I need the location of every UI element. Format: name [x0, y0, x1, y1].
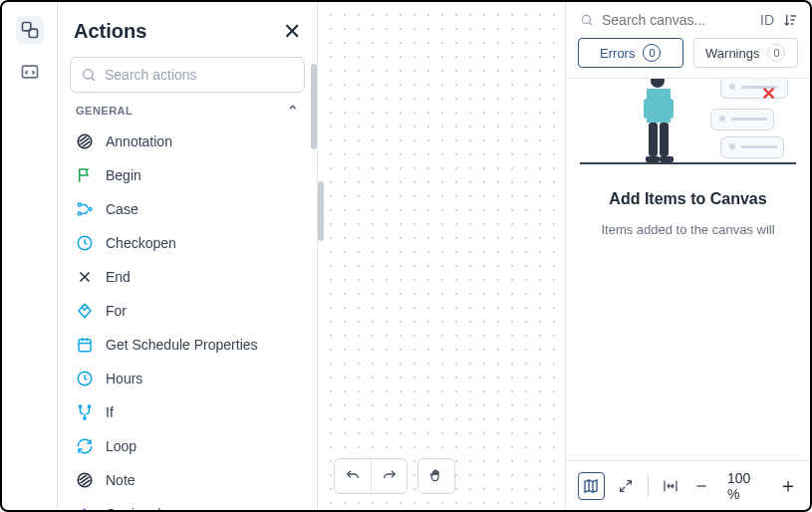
- svg-point-16: [651, 78, 665, 88]
- x-icon: [76, 268, 94, 286]
- action-item[interactable]: End: [58, 260, 317, 294]
- category-label: GENERAL: [76, 105, 133, 117]
- pan-button[interactable]: [418, 459, 454, 493]
- action-item-label: Loop: [106, 438, 136, 454]
- empty-state-heading: Add Items to Canvas: [609, 190, 766, 208]
- hatch-icon: [76, 471, 94, 489]
- zoom-out-button[interactable]: [692, 475, 711, 497]
- errors-count-badge: 0: [643, 44, 661, 62]
- action-item-label: Note: [106, 472, 135, 488]
- action-item[interactable]: Onsignal: [58, 497, 317, 510]
- bottom-bar: 100 % ＋: [566, 460, 810, 510]
- svg-point-6: [78, 212, 81, 215]
- action-item[interactable]: Annotation: [58, 125, 317, 158]
- svg-rect-20: [660, 123, 669, 156]
- action-item-label: Hours: [106, 371, 142, 386]
- signal-icon: [76, 505, 94, 510]
- search-canvas-input[interactable]: [580, 12, 752, 28]
- search-icon: [81, 67, 97, 83]
- action-item[interactable]: Hours: [58, 362, 317, 395]
- svg-point-7: [89, 208, 92, 211]
- search-actions-input[interactable]: [70, 57, 305, 93]
- svg-rect-17: [644, 99, 650, 119]
- svg-rect-9: [79, 340, 91, 352]
- close-icon[interactable]: ✕: [283, 21, 301, 43]
- redo-button[interactable]: [371, 459, 406, 493]
- action-item-label: Get Schedule Properties: [106, 337, 258, 353]
- svg-point-5: [78, 203, 81, 206]
- rail-actions-button[interactable]: [16, 16, 44, 44]
- chevron-up-icon: ⌃: [287, 103, 300, 119]
- tab-warnings[interactable]: Warnings 0: [693, 38, 799, 68]
- loop-icon: [76, 437, 94, 455]
- tool-rail: [2, 2, 58, 510]
- empty-state-subtext: Items added to the canvas will: [601, 222, 774, 237]
- tab-errors[interactable]: Errors 0: [578, 38, 683, 68]
- action-item-label: Annotation: [106, 133, 172, 149]
- action-item-label: Begin: [106, 167, 141, 183]
- search-actions-field[interactable]: [105, 67, 294, 83]
- id-toggle[interactable]: ID: [760, 12, 774, 28]
- action-item-label: If: [106, 404, 114, 420]
- warnings-count-badge: 0: [767, 44, 785, 62]
- tab-label: Errors: [600, 46, 635, 61]
- minimap-button[interactable]: [578, 472, 605, 500]
- flag-icon: [76, 166, 94, 184]
- zoom-level: 100 %: [727, 470, 762, 502]
- undo-button[interactable]: [335, 459, 371, 493]
- empty-state-illustration: ✕: [580, 78, 796, 172]
- svg-rect-19: [649, 123, 658, 156]
- fit-width-button[interactable]: [661, 475, 679, 497]
- sort-button[interactable]: [782, 12, 798, 28]
- category-header[interactable]: GENERAL ⌃: [58, 93, 317, 125]
- action-item-label: Case: [106, 201, 138, 217]
- svg-point-3: [84, 70, 93, 79]
- hatch-icon: [76, 132, 94, 150]
- action-item[interactable]: Checkopen: [58, 226, 317, 260]
- action-item-label: Checkopen: [106, 235, 176, 251]
- tab-label: Warnings: [705, 46, 759, 61]
- rail-code-button[interactable]: [16, 58, 44, 86]
- action-item[interactable]: If: [58, 395, 317, 429]
- clock-icon: [76, 370, 94, 387]
- clock-icon: [76, 234, 94, 252]
- action-item-label: For: [106, 303, 127, 319]
- actions-sidebar: Actions ✕ GENERAL ⌃ AnnotationBeginCaseC…: [58, 2, 317, 510]
- diamond-icon: [76, 302, 94, 320]
- action-list: AnnotationBeginCaseCheckopenEndForGet Sc…: [58, 125, 317, 510]
- svg-point-15: [582, 15, 590, 23]
- calendar-icon: [76, 336, 94, 354]
- svg-rect-18: [668, 99, 674, 119]
- action-item[interactable]: Loop: [58, 429, 317, 463]
- zoom-in-button[interactable]: ＋: [778, 472, 798, 499]
- action-item[interactable]: Get Schedule Properties: [58, 328, 317, 362]
- action-item[interactable]: Case: [58, 192, 317, 226]
- error-x-icon: ✕: [761, 83, 776, 105]
- split-icon: [76, 403, 94, 421]
- branch-icon: [76, 200, 94, 218]
- action-item-label: End: [106, 269, 131, 285]
- action-item[interactable]: Note: [58, 463, 317, 497]
- svg-rect-2: [22, 66, 37, 78]
- action-item[interactable]: For: [58, 294, 317, 328]
- search-icon: [580, 12, 594, 28]
- action-item-label: Onsignal: [106, 506, 160, 510]
- fullscreen-button[interactable]: [617, 475, 636, 497]
- sidebar-title: Actions: [74, 20, 146, 43]
- search-canvas-field[interactable]: [602, 12, 752, 28]
- canvas-area[interactable]: [317, 2, 565, 510]
- action-item[interactable]: Begin: [58, 158, 317, 192]
- person-icon: [634, 78, 683, 164]
- right-panel: ID Errors 0 Warnings 0 ✕: [565, 2, 810, 510]
- canvas-scrollbar[interactable]: [318, 181, 324, 241]
